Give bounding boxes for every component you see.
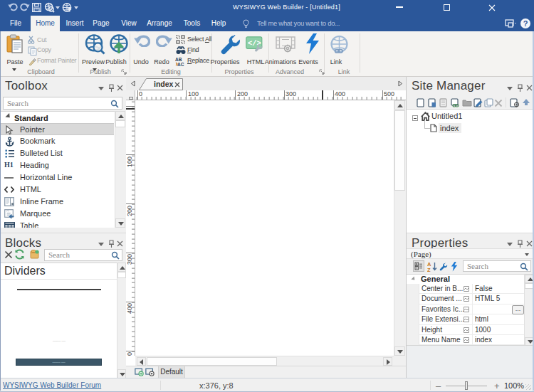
svg-text:400: 400 bbox=[126, 303, 133, 314]
svg-text:</>: </> bbox=[248, 39, 261, 48]
svg-text:AC: AC bbox=[177, 62, 184, 67]
svg-text:300: 300 bbox=[126, 254, 133, 265]
svg-text:200: 200 bbox=[126, 206, 133, 216]
svg-text:100: 100 bbox=[126, 157, 133, 167]
svg-text:AB: AB bbox=[175, 57, 182, 62]
svg-text:Z: Z bbox=[427, 267, 431, 272]
